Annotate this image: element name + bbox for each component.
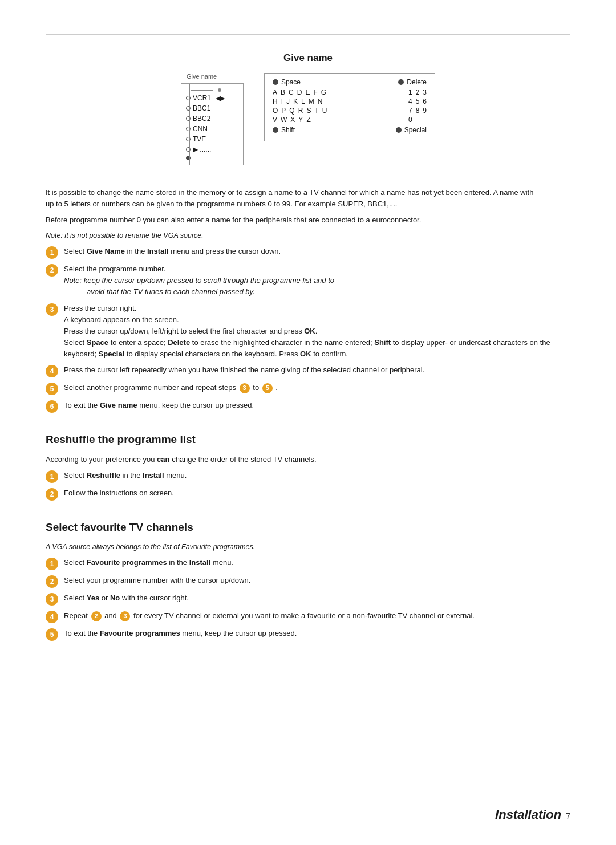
fav-step-5: 5 To exit the Favourite programmes menu,… [46, 628, 570, 641]
kb-row-space-delete: Space Delete [273, 78, 427, 86]
special-label: Special [404, 126, 427, 134]
give-name-steps: 1 Select Give Name in the Install menu a… [46, 246, 570, 413]
channel-dots: ▶ ...... [195, 144, 237, 155]
channel-bbc1: BBC1 [195, 103, 237, 113]
step-2-content: Select the programme number. Note: keep … [64, 263, 570, 298]
footer: Installation 7 [495, 807, 570, 822]
channel-cnn: CNN [195, 124, 237, 134]
special-dot [396, 127, 402, 133]
diagram-label: Give name [181, 73, 217, 80]
bbc1-dot [186, 106, 191, 111]
vcr1-dot [186, 96, 191, 100]
step-ref-5: 5 [262, 383, 273, 393]
step-3-num: 3 [46, 303, 58, 316]
fav-step-3-content: Select Yes or No with the cursor right. [64, 592, 570, 604]
fav-step-4: 4 Repeat 2 and 3 for every TV channel or… [46, 610, 570, 623]
step-3-content: Press the cursor right. A keyboard appea… [64, 303, 570, 360]
kb-space-item: Space [273, 78, 301, 86]
nums-row-2: 456 [408, 98, 427, 105]
channel-bbc2: BBC2 [195, 113, 237, 124]
vcr1-icon: ◀▶ [216, 95, 225, 102]
give-name-body1: It is possible to change the name stored… [46, 187, 536, 210]
give-name-title: Give name [283, 52, 333, 64]
page: Give name Give name VCR1 [0, 0, 616, 845]
tve-label: TVE [193, 135, 206, 143]
fav-step-2-num: 2 [46, 575, 58, 588]
step-ref-3: 3 [240, 383, 250, 393]
favourite-note: A VGA source always belongs to the list … [46, 542, 570, 552]
keyboard-panel: Space Delete ABCDEFG [264, 73, 435, 141]
nums-row-1: 123 [408, 88, 427, 96]
letters-row-3: OPQRSTU [273, 107, 327, 115]
channel-tve: TVE [195, 134, 237, 144]
reshuffle-body: According to your preference you can cha… [46, 454, 536, 465]
fav-step-5-num: 5 [46, 628, 58, 641]
reshuffle-step-2-content: Follow the instructions on screen. [64, 488, 570, 499]
bbc2-dot [186, 116, 191, 121]
nums-row-4: 0 [408, 116, 427, 124]
fav-step-3: 3 Select Yes or No with the cursor right… [46, 592, 570, 606]
reshuffle-step-2: 2 Follow the instructions on screen. [46, 488, 570, 501]
space-label: Space [281, 78, 301, 86]
kb-shift-item: Shift [273, 126, 295, 134]
step-3: 3 Press the cursor right. A keyboard app… [46, 303, 570, 360]
step-4: 4 Press the cursor left repeatedly when … [46, 364, 570, 377]
channel-list-panel: Give name VCR1 ◀▶ [181, 73, 255, 165]
step-2-num: 2 [46, 264, 58, 277]
vcr1-label: VCR1 [193, 94, 211, 102]
numbers-block: 123 456 789 0 [408, 88, 427, 124]
step-5-num: 5 [46, 383, 58, 395]
step-4-num: 4 [46, 365, 58, 377]
reshuffle-step-2-num: 2 [46, 488, 58, 501]
step-1: 1 Select Give Name in the Install menu a… [46, 246, 570, 259]
fav-step-1: 1 Select Favourite programmes in the Ins… [46, 557, 570, 570]
channel-list: VCR1 ◀▶ BBC1 BBC2 CNN [181, 83, 244, 165]
letters-row-4: VWXYZ [273, 116, 327, 124]
step-1-num: 1 [46, 246, 58, 259]
step-4-content: Press the cursor left repeatedly when yo… [64, 364, 570, 376]
fav-step-4-content: Repeat 2 and 3 for every TV channel or e… [64, 610, 570, 621]
letters-block: ABCDEFG HIJKLMN OPQRSTU VWXYZ [273, 88, 327, 124]
diagram-inner: Give name VCR1 ◀▶ [181, 73, 435, 165]
step-6-num: 6 [46, 400, 58, 413]
give-name-diagram: Give name VCR1 ◀▶ [181, 73, 435, 165]
letters-row-1: ABCDEFG [273, 88, 327, 96]
bbc2-label: BBC2 [193, 115, 210, 123]
step-6-content: To exit the Give name menu, keep the cur… [64, 400, 570, 411]
kb-letters-nums: ABCDEFG HIJKLMN OPQRSTU VWXYZ [273, 88, 427, 124]
shift-dot [273, 127, 278, 133]
favourite-title: Select favourite TV channels [46, 521, 570, 534]
space-dot [273, 79, 278, 85]
step-5-content: Select another programme number and repe… [64, 382, 570, 393]
top-divider [46, 34, 570, 35]
fav-step-5-content: To exit the Favourite programmes menu, k… [64, 628, 570, 639]
kb-delete-item: Delete [398, 78, 427, 86]
step-1-content: Select Give Name in the Install menu and… [64, 246, 570, 257]
reshuffle-step-1-content: Select Reshuffle in the Install menu. [64, 470, 570, 481]
kb-row-shift-special: Shift Special [273, 126, 427, 134]
step-2: 2 Select the programme number. Note: kee… [46, 263, 570, 298]
fav-ref-3: 3 [120, 611, 130, 621]
tve-dot [186, 137, 191, 141]
bbc1-label: BBC1 [193, 104, 210, 112]
reshuffle-title: Reshuffle the programme list [46, 433, 570, 446]
fav-step-3-num: 3 [46, 593, 58, 606]
give-name-body2: Before programme number 0 you can also e… [46, 214, 536, 226]
fav-step-2-content: Select your programme number with the cu… [64, 575, 570, 586]
shift-label: Shift [281, 126, 295, 134]
favourite-steps: 1 Select Favourite programmes in the Ins… [46, 557, 570, 641]
nums-row-3: 789 [408, 107, 427, 115]
channel-vcr1: VCR1 ◀▶ [195, 93, 237, 103]
fav-step-2: 2 Select your programme number with the … [46, 575, 570, 588]
kb-special-item: Special [396, 126, 427, 134]
channel-top-line [195, 87, 237, 93]
footer-page-num: 7 [566, 811, 570, 820]
give-name-note1: Note: it is not possible to rename the V… [46, 230, 570, 241]
fav-step-4-num: 4 [46, 611, 58, 623]
delete-dot [398, 79, 404, 85]
step-6: 6 To exit the Give name menu, keep the c… [46, 400, 570, 413]
dots-dot [186, 147, 191, 152]
reshuffle-steps: 1 Select Reshuffle in the Install menu. … [46, 470, 570, 501]
cnn-label: CNN [193, 125, 208, 133]
footer-title: Installation [495, 807, 561, 822]
